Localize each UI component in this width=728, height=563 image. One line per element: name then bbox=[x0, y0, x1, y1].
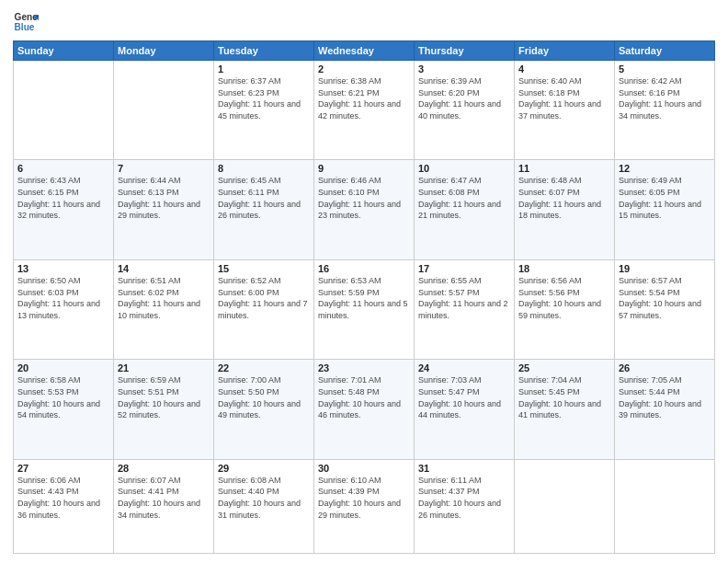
day-cell: 31Sunrise: 6:11 AMSunset: 4:37 PMDayligh… bbox=[415, 459, 515, 553]
weekday-header-sunday: Sunday bbox=[14, 41, 114, 61]
day-cell bbox=[515, 459, 615, 553]
day-number: 14 bbox=[118, 263, 210, 274]
day-cell: 7Sunrise: 6:44 AMSunset: 6:13 PMDaylight… bbox=[114, 160, 214, 259]
day-number: 22 bbox=[218, 362, 310, 373]
day-detail: Sunrise: 6:44 AMSunset: 6:13 PMDaylight:… bbox=[118, 175, 210, 221]
day-number: 5 bbox=[619, 63, 711, 75]
weekday-header-tuesday: Tuesday bbox=[214, 41, 314, 61]
weekday-header-thursday: Thursday bbox=[415, 41, 515, 61]
day-number: 26 bbox=[619, 362, 711, 373]
day-cell: 20Sunrise: 6:58 AMSunset: 5:53 PMDayligh… bbox=[14, 360, 114, 459]
day-cell bbox=[615, 459, 715, 553]
day-cell: 9Sunrise: 6:46 AMSunset: 6:10 PMDaylight… bbox=[314, 160, 415, 259]
day-cell: 27Sunrise: 6:06 AMSunset: 4:43 PMDayligh… bbox=[14, 459, 114, 553]
day-number: 17 bbox=[418, 263, 510, 274]
day-detail: Sunrise: 7:05 AMSunset: 5:44 PMDaylight:… bbox=[619, 374, 711, 420]
day-cell: 19Sunrise: 6:57 AMSunset: 5:54 PMDayligh… bbox=[615, 259, 715, 359]
day-detail: Sunrise: 7:04 AMSunset: 5:45 PMDaylight:… bbox=[518, 374, 610, 420]
day-number: 10 bbox=[418, 163, 510, 174]
day-number: 30 bbox=[318, 463, 410, 474]
day-number: 29 bbox=[218, 463, 310, 474]
day-number: 9 bbox=[318, 163, 410, 174]
day-cell: 28Sunrise: 6:07 AMSunset: 4:41 PMDayligh… bbox=[114, 459, 214, 553]
day-cell: 5Sunrise: 6:42 AMSunset: 6:16 PMDaylight… bbox=[615, 61, 715, 160]
day-number: 25 bbox=[518, 362, 610, 373]
day-number: 4 bbox=[518, 63, 610, 75]
week-row-2: 6Sunrise: 6:43 AMSunset: 6:15 PMDaylight… bbox=[14, 160, 715, 259]
day-cell: 13Sunrise: 6:50 AMSunset: 6:03 PMDayligh… bbox=[14, 259, 114, 359]
logo-icon: General Blue bbox=[13, 9, 39, 35]
day-cell: 26Sunrise: 7:05 AMSunset: 5:44 PMDayligh… bbox=[615, 360, 715, 459]
day-number: 11 bbox=[518, 163, 610, 174]
day-cell: 10Sunrise: 6:47 AMSunset: 6:08 PMDayligh… bbox=[415, 160, 515, 259]
day-detail: Sunrise: 6:06 AMSunset: 4:43 PMDaylight:… bbox=[17, 475, 109, 521]
day-detail: Sunrise: 6:57 AMSunset: 5:54 PMDaylight:… bbox=[619, 275, 711, 321]
day-cell: 1Sunrise: 6:37 AMSunset: 6:23 PMDaylight… bbox=[214, 61, 314, 160]
day-cell: 15Sunrise: 6:52 AMSunset: 6:00 PMDayligh… bbox=[214, 259, 314, 359]
day-number: 27 bbox=[17, 463, 109, 474]
calendar-table: SundayMondayTuesdayWednesdayThursdayFrid… bbox=[13, 40, 715, 554]
day-cell: 11Sunrise: 6:48 AMSunset: 6:07 PMDayligh… bbox=[515, 160, 615, 259]
day-cell: 12Sunrise: 6:49 AMSunset: 6:05 PMDayligh… bbox=[615, 160, 715, 259]
day-detail: Sunrise: 6:10 AMSunset: 4:39 PMDaylight:… bbox=[318, 475, 410, 521]
day-detail: Sunrise: 6:58 AMSunset: 5:53 PMDaylight:… bbox=[17, 374, 109, 420]
weekday-header-saturday: Saturday bbox=[615, 41, 715, 61]
day-cell: 23Sunrise: 7:01 AMSunset: 5:48 PMDayligh… bbox=[314, 360, 415, 459]
day-cell: 17Sunrise: 6:55 AMSunset: 5:57 PMDayligh… bbox=[415, 259, 515, 359]
day-detail: Sunrise: 6:11 AMSunset: 4:37 PMDaylight:… bbox=[418, 475, 510, 521]
day-detail: Sunrise: 6:48 AMSunset: 6:07 PMDaylight:… bbox=[518, 175, 610, 221]
day-detail: Sunrise: 6:46 AMSunset: 6:10 PMDaylight:… bbox=[318, 175, 410, 221]
day-detail: Sunrise: 6:52 AMSunset: 6:00 PMDaylight:… bbox=[218, 275, 310, 321]
day-cell: 3Sunrise: 6:39 AMSunset: 6:20 PMDaylight… bbox=[415, 61, 515, 160]
day-cell: 2Sunrise: 6:38 AMSunset: 6:21 PMDaylight… bbox=[314, 61, 415, 160]
header: General Blue bbox=[13, 9, 715, 35]
weekday-header-wednesday: Wednesday bbox=[314, 41, 415, 61]
day-detail: Sunrise: 6:39 AMSunset: 6:20 PMDaylight:… bbox=[418, 75, 510, 121]
day-detail: Sunrise: 6:40 AMSunset: 6:18 PMDaylight:… bbox=[518, 75, 610, 121]
day-number: 3 bbox=[418, 63, 510, 75]
day-number: 8 bbox=[218, 163, 310, 174]
day-number: 19 bbox=[619, 263, 711, 274]
day-detail: Sunrise: 6:51 AMSunset: 6:02 PMDaylight:… bbox=[118, 275, 210, 321]
week-row-1: 1Sunrise: 6:37 AMSunset: 6:23 PMDaylight… bbox=[14, 61, 715, 160]
day-detail: Sunrise: 6:07 AMSunset: 4:41 PMDaylight:… bbox=[118, 475, 210, 521]
day-detail: Sunrise: 6:42 AMSunset: 6:16 PMDaylight:… bbox=[619, 75, 711, 121]
day-number: 28 bbox=[118, 463, 210, 474]
day-detail: Sunrise: 6:49 AMSunset: 6:05 PMDaylight:… bbox=[619, 175, 711, 221]
day-detail: Sunrise: 6:38 AMSunset: 6:21 PMDaylight:… bbox=[318, 75, 410, 121]
day-detail: Sunrise: 7:03 AMSunset: 5:47 PMDaylight:… bbox=[418, 374, 510, 420]
day-detail: Sunrise: 6:37 AMSunset: 6:23 PMDaylight:… bbox=[218, 75, 310, 121]
day-cell bbox=[14, 61, 114, 160]
day-number: 13 bbox=[17, 263, 109, 274]
day-cell: 30Sunrise: 6:10 AMSunset: 4:39 PMDayligh… bbox=[314, 459, 415, 553]
svg-text:Blue: Blue bbox=[15, 22, 35, 32]
week-row-3: 13Sunrise: 6:50 AMSunset: 6:03 PMDayligh… bbox=[14, 259, 715, 359]
day-cell: 24Sunrise: 7:03 AMSunset: 5:47 PMDayligh… bbox=[415, 360, 515, 459]
day-cell: 25Sunrise: 7:04 AMSunset: 5:45 PMDayligh… bbox=[515, 360, 615, 459]
day-cell: 22Sunrise: 7:00 AMSunset: 5:50 PMDayligh… bbox=[214, 360, 314, 459]
day-number: 7 bbox=[118, 163, 210, 174]
day-number: 21 bbox=[118, 362, 210, 373]
day-number: 12 bbox=[619, 163, 711, 174]
day-number: 18 bbox=[518, 263, 610, 274]
day-number: 6 bbox=[17, 163, 109, 174]
day-cell: 21Sunrise: 6:59 AMSunset: 5:51 PMDayligh… bbox=[114, 360, 214, 459]
day-cell: 14Sunrise: 6:51 AMSunset: 6:02 PMDayligh… bbox=[114, 259, 214, 359]
day-cell: 8Sunrise: 6:45 AMSunset: 6:11 PMDaylight… bbox=[214, 160, 314, 259]
day-detail: Sunrise: 7:01 AMSunset: 5:48 PMDaylight:… bbox=[318, 374, 410, 420]
weekday-header-monday: Monday bbox=[114, 41, 214, 61]
day-detail: Sunrise: 6:56 AMSunset: 5:56 PMDaylight:… bbox=[518, 275, 610, 321]
day-number: 16 bbox=[318, 263, 410, 274]
day-number: 15 bbox=[218, 263, 310, 274]
day-cell: 16Sunrise: 6:53 AMSunset: 5:59 PMDayligh… bbox=[314, 259, 415, 359]
day-number: 23 bbox=[318, 362, 410, 373]
day-detail: Sunrise: 6:45 AMSunset: 6:11 PMDaylight:… bbox=[218, 175, 310, 221]
day-number: 31 bbox=[418, 463, 510, 474]
weekday-header-row: SundayMondayTuesdayWednesdayThursdayFrid… bbox=[14, 41, 715, 61]
day-number: 1 bbox=[218, 63, 310, 75]
day-number: 20 bbox=[17, 362, 109, 373]
day-cell: 29Sunrise: 6:08 AMSunset: 4:40 PMDayligh… bbox=[214, 459, 314, 553]
week-row-5: 27Sunrise: 6:06 AMSunset: 4:43 PMDayligh… bbox=[14, 459, 715, 553]
day-cell: 18Sunrise: 6:56 AMSunset: 5:56 PMDayligh… bbox=[515, 259, 615, 359]
day-detail: Sunrise: 6:43 AMSunset: 6:15 PMDaylight:… bbox=[17, 175, 109, 221]
